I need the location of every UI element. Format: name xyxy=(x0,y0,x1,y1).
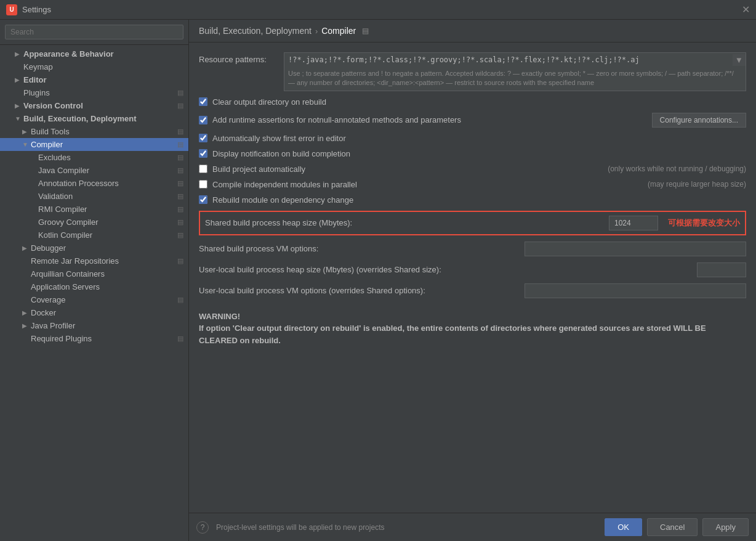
sidebar-item-remote-jar[interactable]: Remote Jar Repositories ▤ xyxy=(0,254,188,267)
sidebar-item-kotlin-compiler[interactable]: Kotlin Compiler ▤ xyxy=(0,229,188,242)
settings-icon: ▤ xyxy=(177,102,183,110)
settings-icon: ▤ xyxy=(177,231,183,239)
build-auto-note: (only works while not running / debuggin… xyxy=(608,165,746,173)
sidebar-item-label: Keymap xyxy=(23,62,183,71)
show-first-error-row: Automatically show first error in editor xyxy=(199,134,746,143)
sidebar-item-label: Java Profiler xyxy=(31,321,183,330)
sidebar-item-keymap[interactable]: Keymap xyxy=(0,60,188,73)
build-auto-row: Build project automatically (only works … xyxy=(199,165,746,174)
ok-button[interactable]: OK xyxy=(605,518,642,536)
sidebar-item-label: Debugger xyxy=(31,243,183,253)
sidebar-item-label: Compiler xyxy=(31,140,175,149)
expand-arrow: ▶ xyxy=(22,309,28,316)
settings-icon: ▤ xyxy=(177,140,183,148)
sidebar-item-compiler[interactable]: ▼ Compiler ▤ xyxy=(0,138,188,151)
heap-size-input[interactable] xyxy=(609,216,658,230)
apply-button[interactable]: Apply xyxy=(702,518,749,536)
status-text: Project-level settings will be applied t… xyxy=(216,523,384,532)
heap-size-row: Shared build process heap size (Mbytes):… xyxy=(199,211,746,235)
sidebar-item-label: Remote Jar Repositories xyxy=(31,256,175,266)
user-vm-label: User-local build process VM options (ove… xyxy=(199,286,520,295)
resource-scroll-button[interactable]: ▼ xyxy=(733,54,746,66)
sidebar-item-docker[interactable]: ▶ Docker xyxy=(0,306,188,319)
sidebar-item-label: Kotlin Compiler xyxy=(38,230,175,240)
user-heap-input[interactable] xyxy=(697,262,746,277)
clear-output-checkbox[interactable] xyxy=(199,97,207,106)
add-assertions-label: Add runtime assertions for notnull-annot… xyxy=(212,115,461,124)
sidebar-item-groovy-compiler[interactable]: Groovy Compiler ▤ xyxy=(0,216,188,229)
vm-options-label: Shared build process VM options: xyxy=(199,244,520,253)
add-assertions-checkbox[interactable] xyxy=(199,116,207,124)
sidebar-item-label: Validation xyxy=(38,192,175,201)
settings-icon: ▤ xyxy=(177,296,183,304)
sidebar-item-label: Version Control xyxy=(23,101,175,110)
sidebar-item-annotation-processors[interactable]: Annotation Processors ▤ xyxy=(0,177,188,190)
rebuild-module-checkbox[interactable] xyxy=(199,195,207,204)
sidebar-item-java-profiler[interactable]: ▶ Java Profiler xyxy=(0,319,188,332)
rebuild-module-label: Rebuild module on dependency change xyxy=(212,195,353,205)
sidebar-item-label: Editor xyxy=(23,75,183,84)
close-button[interactable]: ✕ xyxy=(742,4,750,15)
sidebar-item-label: Excludes xyxy=(38,153,175,162)
sidebar-item-build-tools[interactable]: ▶ Build Tools ▤ xyxy=(0,125,188,138)
sidebar-item-version-control[interactable]: ▶ Version Control ▤ xyxy=(0,99,188,112)
expand-arrow: ▶ xyxy=(15,51,21,57)
resource-patterns-input[interactable] xyxy=(284,53,733,67)
settings-icon: ▤ xyxy=(177,153,183,161)
sidebar-item-label: Plugins xyxy=(23,88,175,97)
display-notification-checkbox[interactable] xyxy=(199,149,207,158)
search-input[interactable] xyxy=(5,25,183,39)
sidebar-item-validation[interactable]: Validation ▤ xyxy=(0,190,188,203)
sidebar: ▶ Appearance & Behavior Keymap ▶ Editor … xyxy=(0,20,189,541)
sidebar-item-arquillian[interactable]: Arquillian Containers xyxy=(0,267,188,280)
compile-parallel-note: (may require larger heap size) xyxy=(648,180,746,189)
warning-box: WARNING! If option 'Clear output directo… xyxy=(199,311,746,347)
user-heap-label: User-local build process heap size (Mbyt… xyxy=(199,265,692,274)
sidebar-item-label: Application Servers xyxy=(31,282,183,291)
sidebar-item-required-plugins[interactable]: Required Plugins ▤ xyxy=(0,332,188,345)
show-first-error-checkbox[interactable] xyxy=(199,134,207,142)
sidebar-item-label: Build Tools xyxy=(31,127,175,136)
resource-patterns-label: Resource patterns: xyxy=(199,52,279,64)
rebuild-module-row: Rebuild module on dependency change xyxy=(199,195,746,205)
heap-size-annotation: 可根据需要改变大小 xyxy=(668,218,740,229)
sidebar-item-java-compiler[interactable]: Java Compiler ▤ xyxy=(0,164,188,177)
compile-parallel-checkbox[interactable] xyxy=(199,180,207,189)
sidebar-item-plugins[interactable]: Plugins ▤ xyxy=(0,86,188,99)
compile-parallel-label: Compile independent modules in parallel xyxy=(212,180,357,189)
build-auto-checkbox[interactable] xyxy=(199,165,207,173)
resource-patterns-row: Resource patterns: ▼ Use ; to separate p… xyxy=(199,52,746,91)
vm-options-input[interactable] xyxy=(525,242,746,256)
nav-tree: ▶ Appearance & Behavior Keymap ▶ Editor … xyxy=(0,45,188,541)
warning-title: WARNING! xyxy=(199,311,746,323)
user-vm-input[interactable] xyxy=(525,283,746,298)
sidebar-item-label: Build, Execution, Deployment xyxy=(23,114,183,123)
sidebar-item-debugger[interactable]: ▶ Debugger xyxy=(0,242,188,254)
main-content: ▶ Appearance & Behavior Keymap ▶ Editor … xyxy=(0,20,756,541)
resource-patterns-input-wrap: ▼ Use ; to separate patterns and ! to ne… xyxy=(284,52,746,91)
expand-arrow: ▼ xyxy=(15,115,21,122)
clear-output-label: Clear output directory on rebuild xyxy=(212,97,326,107)
breadcrumb-icon: ▤ xyxy=(362,26,369,35)
compile-parallel-row: Compile independent modules in parallel … xyxy=(199,180,746,189)
sidebar-item-label: Coverage xyxy=(31,295,175,304)
sidebar-item-appearance[interactable]: ▶ Appearance & Behavior xyxy=(0,47,188,60)
help-button[interactable]: ? xyxy=(196,521,209,534)
panel-body: Resource patterns: ▼ Use ; to separate p… xyxy=(189,43,756,513)
sidebar-item-app-servers[interactable]: Application Servers xyxy=(0,280,188,293)
sidebar-item-rmi-compiler[interactable]: RMI Compiler ▤ xyxy=(0,203,188,216)
sidebar-item-label: Appearance & Behavior xyxy=(23,49,183,59)
expand-arrow: ▶ xyxy=(22,245,28,251)
add-assertions-row: Add runtime assertions for notnull-annot… xyxy=(199,113,746,128)
sidebar-item-coverage[interactable]: Coverage ▤ xyxy=(0,293,188,306)
cancel-button[interactable]: Cancel xyxy=(647,518,698,536)
sidebar-item-editor[interactable]: ▶ Editor xyxy=(0,73,188,86)
resource-patterns-hint: Use ; to separate patterns and ! to nega… xyxy=(284,67,746,91)
configure-annotations-button[interactable]: Configure annotations... xyxy=(652,113,746,128)
settings-icon: ▤ xyxy=(177,179,183,187)
sidebar-item-excludes[interactable]: Excludes ▤ xyxy=(0,151,188,164)
settings-icon: ▤ xyxy=(177,218,183,226)
settings-icon: ▤ xyxy=(177,89,183,97)
show-first-error-label: Automatically show first error in editor xyxy=(212,134,346,143)
sidebar-item-build-exec[interactable]: ▼ Build, Execution, Deployment xyxy=(0,112,188,125)
